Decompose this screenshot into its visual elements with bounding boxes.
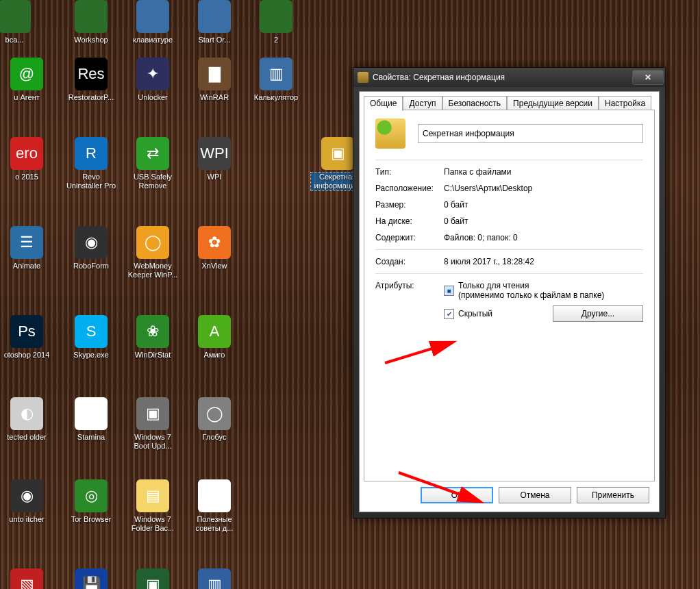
desktop-icon[interactable]: ▤Windows 7 Folder Bac... <box>126 479 179 533</box>
checkbox-hidden-box: ✔ <box>444 309 454 319</box>
desktop-icon-label: 2 <box>249 36 303 45</box>
app-icon: ◉ <box>75 226 108 259</box>
desktop-icon[interactable]: SSkype.exe <box>64 315 118 360</box>
desktop-icon[interactable]: 2 <box>249 0 303 45</box>
value-size-on-disk: 0 байт <box>444 216 643 226</box>
app-icon <box>136 0 169 33</box>
checkbox-readonly[interactable]: ■ Только для чтения (применимо только к … <box>444 281 643 300</box>
app-icon: ▇ <box>198 58 231 90</box>
app-icon: ▣ <box>136 568 169 589</box>
desktop-icon-label: o 2015 <box>0 173 53 181</box>
app-icon: ◯ <box>136 226 169 259</box>
app-icon <box>260 0 292 33</box>
desktop-icon[interactable]: ✦Unlocker <box>126 58 179 102</box>
desktop-icon[interactable]: ↖Stamina <box>64 397 118 442</box>
desktop-icon[interactable]: ◐tected older <box>0 397 53 442</box>
desktop-icon[interactable]: ▇WinRAR <box>188 58 241 102</box>
dialog-client: Общие Доступ Безопасность Предыдущие вер… <box>359 91 660 512</box>
titlebar[interactable]: Свойства: Секретная информация ✕ <box>353 68 665 87</box>
label-created: Создан: <box>375 257 444 266</box>
desktop-icon[interactable]: клавиатуре <box>126 0 179 45</box>
desktop-icon[interactable]: ?Полезные советы д... <box>188 479 241 533</box>
value-contains: Файлов: 0; папок: 0 <box>444 233 643 242</box>
desktop-icon-label: unto itcher <box>0 515 53 524</box>
app-icon <box>0 0 31 33</box>
desktop-icon[interactable]: @u Агент <box>0 58 53 102</box>
desktop-icon[interactable]: Start Or... <box>188 0 241 45</box>
label-type: Тип: <box>375 167 444 177</box>
desktop-icon[interactable]: ◎Tor Browser <box>64 479 118 524</box>
tab-security[interactable]: Безопасность <box>442 96 508 111</box>
separator <box>375 249 643 250</box>
app-icon: WPI <box>198 137 231 170</box>
desktop-icon[interactable]: ◉RoboForm <box>64 226 118 271</box>
desktop-icon-label: Амиго <box>188 351 241 360</box>
desktop-icon-label: Animate <box>0 262 53 271</box>
desktop-icon[interactable]: ☰Animate <box>0 226 53 271</box>
desktop-icon[interactable]: Workshop <box>64 0 118 45</box>
desktop-icon[interactable]: ResRestoratorP... <box>64 58 118 102</box>
desktop-icon[interactable]: ▧ <box>0 568 53 589</box>
checkbox-readonly-box: ■ <box>444 286 454 296</box>
checkbox-hidden[interactable]: ✔ Скрытый <box>444 309 492 319</box>
tab-page-general: Секретная информация Тип: Папка с файлам… <box>364 110 655 481</box>
ok-button[interactable]: ОК <box>421 487 493 503</box>
app-icon: ◎ <box>75 479 108 512</box>
app-icon <box>198 0 231 33</box>
desktop-icon[interactable]: ⇄USB Safely Remove <box>126 137 179 190</box>
desktop-icon-label: WPI <box>188 173 241 181</box>
app-icon: @ <box>10 58 43 90</box>
desktop-icon-label: Start Or... <box>188 36 241 45</box>
desktop-icon[interactable]: 💾 <box>64 568 118 589</box>
value-type: Папка с файлами <box>444 167 643 177</box>
desktop-icon[interactable]: ❀WinDirStat <box>126 315 179 360</box>
app-icon: ▤ <box>136 479 169 512</box>
desktop-icon[interactable]: AАмиго <box>188 315 241 360</box>
desktop-icon-label: WinDirStat <box>126 351 179 360</box>
app-icon: R <box>75 137 108 170</box>
app-icon: 💾 <box>75 568 108 589</box>
app-icon: ❀ <box>136 315 169 348</box>
label-attributes: Атрибуты: <box>375 281 444 322</box>
folder-name-input[interactable]: Секретная информация <box>418 124 643 143</box>
desktop-icon-label: RestoratorP... <box>64 93 118 102</box>
apply-button[interactable]: Применить <box>577 487 649 503</box>
desktop-icon-label: USB Safely Remove <box>126 173 179 190</box>
app-icon: ◐ <box>10 397 43 430</box>
cancel-button[interactable]: Отмена <box>499 487 571 503</box>
desktop-icon-label: Windows 7 Folder Bac... <box>126 515 179 533</box>
desktop-icon-label: u Агент <box>0 93 53 102</box>
desktop-icon[interactable]: eroo 2015 <box>0 137 53 181</box>
desktop-icon-label: Unlocker <box>126 93 179 102</box>
desktop-icon-label: Полезные советы д... <box>188 515 241 533</box>
desktop-icon-label: Workshop <box>64 36 118 45</box>
label-contains: Содержит: <box>375 233 444 242</box>
desktop-icon[interactable]: ▣Windows 7 Boot Upd... <box>126 397 179 451</box>
desktop-icon[interactable]: ◉unto itcher <box>0 479 53 524</box>
desktop-icon[interactable]: ◯Глобус <box>188 397 241 442</box>
tab-customize[interactable]: Настройка <box>599 96 651 111</box>
desktop-icon[interactable]: ✿XnView <box>188 226 241 271</box>
close-button[interactable]: ✕ <box>632 70 664 85</box>
desktop-icon-label: RoboForm <box>64 262 118 271</box>
app-icon: ✦ <box>136 58 169 90</box>
tab-previous-versions[interactable]: Предыдущие версии <box>507 96 599 111</box>
app-icon: ▧ <box>10 568 43 589</box>
folder-icon <box>375 118 405 149</box>
desktop-icon-label: tected older <box>0 433 53 442</box>
other-attributes-button[interactable]: Другие... <box>553 305 643 322</box>
desktop-icon[interactable]: RRevo Uninstaller Pro <box>64 137 118 190</box>
desktop-icon[interactable]: ▣ <box>126 568 179 589</box>
desktop-icon[interactable]: ▥ <box>188 568 241 589</box>
desktop-icon[interactable]: Psotoshop 2014 <box>0 315 53 360</box>
checkbox-hidden-label: Скрытый <box>458 309 492 318</box>
desktop-icon[interactable]: ◯WebMoney Keeper WinP... <box>126 226 179 279</box>
desktop-icon[interactable]: ▥Калькулятор <box>249 58 303 102</box>
app-icon: ⇄ <box>136 137 169 170</box>
desktop-icon[interactable]: bca... <box>0 0 41 45</box>
tab-general[interactable]: Общие <box>364 96 403 111</box>
tab-sharing[interactable]: Доступ <box>403 96 442 111</box>
app-icon: ◯ <box>198 397 231 430</box>
label-size-on-disk: На диске: <box>375 216 444 226</box>
desktop-icon[interactable]: WPIWPI <box>188 137 241 181</box>
